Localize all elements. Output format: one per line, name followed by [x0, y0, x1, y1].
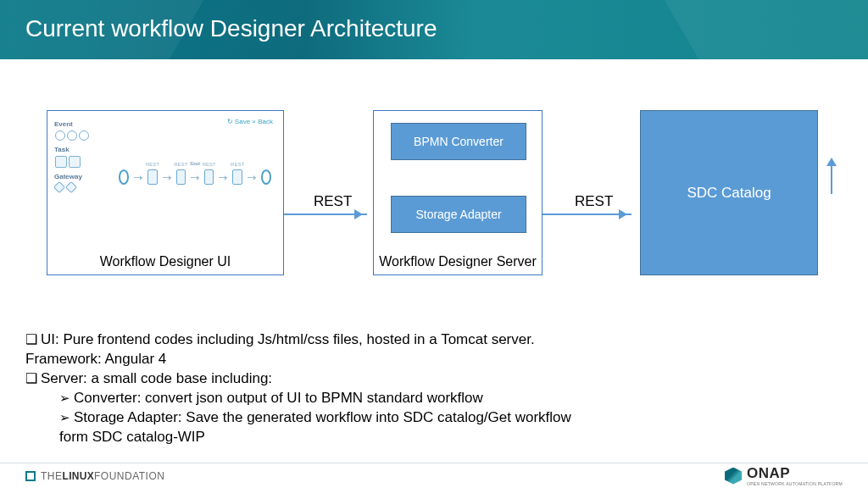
bpmn-converter-box: BPMN Converter	[391, 123, 526, 160]
note-server: Server: a small code base including:	[25, 369, 585, 389]
arrow-label-rest-1: REST	[314, 193, 352, 210]
ui-palette: Event Task Gateway	[54, 118, 114, 236]
onap-cube-icon	[725, 468, 742, 485]
arrow-server-to-sdc	[542, 214, 632, 215]
storage-adapter-box: Storage Adapter	[391, 196, 526, 233]
ui-flow-nodes: Start REST REST REST REST End	[119, 169, 271, 185]
arrow-storage-to-bpmn	[831, 162, 832, 194]
linux-foundation-logo: THELINUXFOUNDATION	[25, 470, 164, 482]
architecture-diagram: Event Task Gateway ↻ Save × Back Start R…	[0, 110, 868, 347]
ui-screenshot-thumbnail: Event Task Gateway ↻ Save × Back Start R…	[54, 118, 276, 236]
note-storage-adapter: Storage Adapter: Save the generated work…	[59, 408, 585, 447]
box-workflow-designer-server: BPMN Converter Storage Adapter Workflow …	[373, 110, 542, 275]
sdc-catalog-label: SDC Catalog	[687, 185, 771, 202]
palette-heading-gateway: Gateway	[54, 173, 114, 180]
palette-heading-event: Event	[54, 120, 114, 128]
slide-title: Current workflow Designer Architecture	[0, 0, 868, 42]
note-converter: Converter: convert json output of UI to …	[59, 389, 585, 408]
description-notes: UI: Pure frontend codes including Js/htm…	[25, 330, 585, 447]
server-box-caption: Workflow Designer Server	[374, 254, 542, 269]
lf-square-icon	[25, 471, 36, 481]
ui-box-caption: Workflow Designer UI	[47, 254, 283, 269]
note-ui: UI: Pure frontend codes including Js/htm…	[25, 330, 585, 369]
box-workflow-designer-ui: Event Task Gateway ↻ Save × Back Start R…	[47, 110, 284, 275]
slide-header: Current workflow Designer Architecture	[0, 0, 868, 59]
arrow-ui-to-server	[284, 214, 367, 215]
onap-logo: ONAP OPEN NETWORK AUTOMATION PLATFORM	[725, 465, 843, 486]
box-sdc-catalog: SDC Catalog	[640, 110, 818, 275]
arrow-label-rest-2: REST	[575, 193, 613, 210]
ui-toolbar: ↻ Save × Back	[227, 118, 273, 125]
ui-canvas: ↻ Save × Back Start REST REST REST REST …	[114, 118, 276, 236]
palette-heading-task: Task	[54, 146, 114, 153]
slide-footer: THELINUXFOUNDATION ONAP OPEN NETWORK AUT…	[0, 463, 868, 488]
